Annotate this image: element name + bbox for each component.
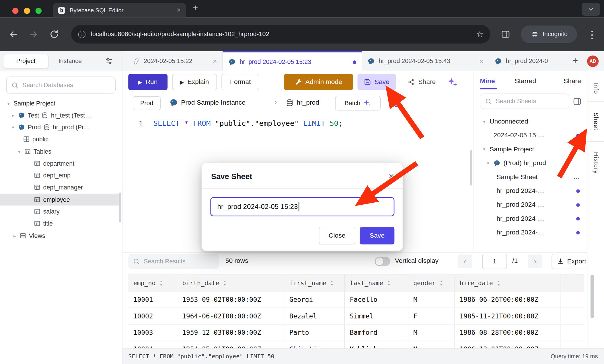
sort-icon[interactable] xyxy=(439,280,444,286)
user-avatar[interactable]: AD xyxy=(587,55,599,67)
editor-tab-4[interactable]: hr_prod 2024-0 xyxy=(489,51,566,71)
tree-item-tables[interactable]: ▾ Tables xyxy=(0,146,120,158)
vertical-display-toggle[interactable] xyxy=(375,257,390,266)
column-header[interactable]: last_name xyxy=(345,275,408,291)
new-query-tab-button[interactable]: + xyxy=(572,55,578,66)
browser-tab[interactable]: b Bytebase SQL Editor × xyxy=(53,3,186,17)
sort-icon[interactable] xyxy=(386,280,391,286)
environment-chip[interactable]: Prod xyxy=(133,96,161,110)
dialog-save-button[interactable]: Save xyxy=(360,227,394,244)
table-cell[interactable]: Georgi xyxy=(284,291,345,308)
tree-item-table-dept-emp[interactable]: dept_emp xyxy=(0,169,120,181)
table-cell[interactable]: M xyxy=(408,341,455,349)
column-header[interactable]: first_name xyxy=(284,275,345,291)
search-results-input[interactable]: Search Results xyxy=(128,254,219,269)
database-name[interactable]: hr_prod xyxy=(297,99,319,107)
editor-tab-3[interactable]: hr_prod 2024-02-05 15:43 × xyxy=(362,51,489,71)
reload-icon[interactable] xyxy=(49,29,59,39)
table-row[interactable]: 10002 1964-06-02T00:00:00Z Bezalel Simme… xyxy=(128,308,584,324)
admin-mode-button[interactable]: Admin mode xyxy=(284,74,353,90)
sheet-item[interactable]: 2024-02-05 15:… xyxy=(474,129,588,142)
export-button[interactable]: Export xyxy=(552,254,587,269)
sheet-item[interactable]: hr_prod 2024-… xyxy=(474,184,588,198)
tab-close-icon[interactable]: × xyxy=(213,57,217,65)
table-cell[interactable]: Simmel xyxy=(345,308,408,324)
table-cell[interactable]: M xyxy=(408,291,455,308)
tab-sheet[interactable]: Sheet xyxy=(587,102,604,142)
tree-item-test-db[interactable]: ▸ Test hr_test (Test… xyxy=(0,109,120,121)
tab-mine[interactable]: Mine xyxy=(480,77,495,85)
side-panel-icon[interactable] xyxy=(501,30,511,39)
tree-item-table-employee[interactable]: employee xyxy=(0,194,120,206)
sort-icon[interactable] xyxy=(159,280,163,286)
tab-close-icon[interactable]: × xyxy=(479,57,483,65)
new-tab-button[interactable]: + xyxy=(193,2,198,13)
tree-item-schema-public[interactable]: public xyxy=(0,133,120,145)
tab-starred[interactable]: Starred xyxy=(515,77,536,85)
table-cell[interactable]: Bamford xyxy=(345,324,408,340)
table-cell[interactable]: Parto xyxy=(284,324,345,340)
table-cell[interactable]: 1985-11-21T00:00:00Z xyxy=(455,308,560,324)
sidebar-tab-project[interactable]: Project xyxy=(3,54,48,69)
explain-button[interactable]: ▶Explain xyxy=(172,74,217,90)
back-icon[interactable] xyxy=(9,29,19,39)
format-button[interactable]: Format xyxy=(221,74,259,90)
dialog-close-button[interactable]: Close xyxy=(319,227,355,244)
table-cell[interactable]: 10004 xyxy=(128,341,177,349)
tree-item-prod-db[interactable]: ▾ Prod hr_prod (Pr… xyxy=(0,121,120,133)
sidebar-scrollbar[interactable] xyxy=(119,193,121,223)
more-options-icon[interactable]: … xyxy=(573,173,581,181)
tree-item-table-salary[interactable]: salary xyxy=(0,206,120,218)
batch-button[interactable]: Batch xyxy=(335,96,380,110)
table-cell[interactable]: Bezalel xyxy=(284,308,345,324)
table-cell[interactable]: Facello xyxy=(345,291,408,308)
table-scrollbar[interactable] xyxy=(591,275,594,318)
table-cell[interactable]: 10002 xyxy=(128,308,177,324)
forward-icon[interactable] xyxy=(28,29,38,39)
caret-down-icon[interactable]: ▾ xyxy=(6,101,11,106)
caret-down-icon[interactable]: ▾ xyxy=(17,149,22,154)
tab-search-button[interactable] xyxy=(582,3,600,16)
table-cell[interactable]: 10001 xyxy=(128,291,177,308)
table-row[interactable]: 10003 1959-12-03T00:00:00Z Parto Bamford… xyxy=(128,324,584,341)
browser-menu-icon[interactable] xyxy=(590,29,594,41)
filter-settings-icon[interactable] xyxy=(105,57,113,66)
sort-icon[interactable] xyxy=(222,280,227,286)
sheet-item[interactable]: hr_prod 2024-… xyxy=(474,226,588,239)
site-info-icon[interactable]: i xyxy=(78,31,86,38)
tree-item-sample-project[interactable]: ▾ Sample Project xyxy=(0,97,120,109)
instance-name[interactable]: Prod Sample Instance xyxy=(181,99,246,107)
sort-icon[interactable] xyxy=(330,280,334,286)
table-cell[interactable]: 1964-06-02T00:00:00Z xyxy=(177,308,284,324)
tab-close-icon[interactable]: × xyxy=(177,6,181,14)
sheet-group-unconnected[interactable]: ▾ Unconnected xyxy=(474,115,588,128)
ai-sparkle-icon[interactable] xyxy=(447,77,458,87)
caret-down-icon[interactable]: ▾ xyxy=(486,161,490,166)
sheet-group-prod-hrprod[interactable]: ▾ (Prod) hr_prod xyxy=(474,156,588,170)
prev-page-button[interactable]: ‹ xyxy=(458,255,472,268)
refresh-icon[interactable] xyxy=(392,98,402,108)
caret-right-icon[interactable]: ▸ xyxy=(12,233,17,238)
table-cell[interactable]: 1954-05-01T00:00:00Z xyxy=(177,341,284,349)
caret-down-icon[interactable]: ▾ xyxy=(482,147,486,152)
tab-share[interactable]: Share xyxy=(564,77,581,85)
next-page-button[interactable]: › xyxy=(528,255,542,268)
share-button[interactable]: Share xyxy=(401,74,443,90)
panel-resize-handle[interactable] xyxy=(470,150,472,186)
caret-right-icon[interactable]: ▸ xyxy=(11,113,15,118)
caret-down-icon[interactable]: ▾ xyxy=(11,124,15,130)
tree-item-table-department[interactable]: department xyxy=(0,157,120,169)
url-bar[interactable]: i localhost:8080/sql-editor/prod-sample-… xyxy=(71,25,490,43)
table-row[interactable]: 10004 1954-05-01T00:00:00Z Chirstian Kob… xyxy=(128,341,584,349)
table-cell[interactable]: 1986-06-26T00:00:00Z xyxy=(455,291,560,308)
sheet-group-sample-project[interactable]: ▾ Sample Project xyxy=(474,142,588,156)
table-cell[interactable]: 10003 xyxy=(128,324,177,340)
search-sheets-input[interactable]: Search Sheets xyxy=(480,93,570,109)
column-header[interactable]: gender xyxy=(408,275,455,291)
dialog-close-icon[interactable]: × xyxy=(389,171,394,181)
search-databases-input[interactable]: Search Databases xyxy=(6,77,115,93)
sidebar-tab-instance[interactable]: Instance xyxy=(50,54,90,69)
editor-tab-active[interactable]: hr_prod 2024-02-05 15:23 xyxy=(223,51,362,72)
window-close-button[interactable] xyxy=(12,8,18,14)
save-button[interactable]: Save xyxy=(357,74,396,90)
